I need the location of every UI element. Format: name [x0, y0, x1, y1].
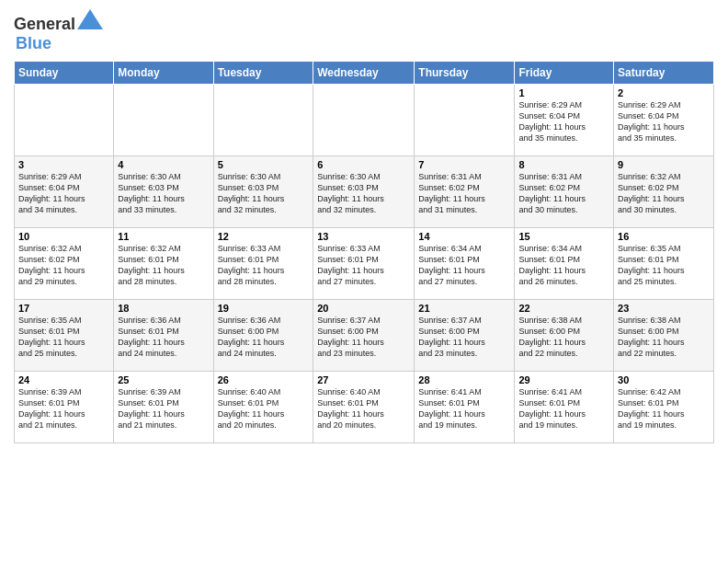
calendar-cell	[313, 85, 415, 156]
calendar-cell	[15, 85, 114, 156]
day-info: Sunrise: 6:30 AM Sunset: 6:03 PM Dayligh…	[317, 171, 410, 216]
day-number: 23	[618, 303, 710, 314]
calendar-cell: 1Sunrise: 6:29 AM Sunset: 6:04 PM Daylig…	[515, 85, 614, 156]
calendar-table: SundayMondayTuesdayWednesdayThursdayFrid…	[14, 61, 714, 443]
day-info: Sunrise: 6:34 AM Sunset: 6:01 PM Dayligh…	[518, 243, 609, 288]
calendar-cell	[415, 85, 515, 156]
day-number: 6	[317, 159, 410, 170]
calendar-cell: 30Sunrise: 6:42 AM Sunset: 6:01 PM Dayli…	[614, 372, 714, 443]
calendar-cell: 16Sunrise: 6:35 AM Sunset: 6:01 PM Dayli…	[614, 228, 714, 300]
logo-general: General	[14, 15, 75, 33]
calendar-cell: 5Sunrise: 6:30 AM Sunset: 6:03 PM Daylig…	[213, 156, 313, 228]
calendar-cell: 18Sunrise: 6:36 AM Sunset: 6:01 PM Dayli…	[114, 300, 213, 372]
week-row-2: 3Sunrise: 6:29 AM Sunset: 6:04 PM Daylig…	[15, 156, 714, 228]
calendar-cell: 27Sunrise: 6:40 AM Sunset: 6:01 PM Dayli…	[313, 372, 415, 443]
day-number: 14	[418, 231, 510, 242]
header: General Blue	[14, 9, 714, 53]
calendar-cell: 7Sunrise: 6:31 AM Sunset: 6:02 PM Daylig…	[415, 156, 515, 228]
calendar-cell	[114, 85, 213, 156]
day-number: 12	[218, 231, 310, 242]
calendar-page: General Blue SundayMondayTuesdayWednesda…	[0, 0, 728, 453]
day-info: Sunrise: 6:37 AM Sunset: 6:00 PM Dayligh…	[317, 315, 410, 360]
col-header-saturday: Saturday	[614, 62, 714, 85]
week-row-5: 24Sunrise: 6:39 AM Sunset: 6:01 PM Dayli…	[15, 372, 714, 443]
day-number: 13	[317, 231, 410, 242]
day-info: Sunrise: 6:33 AM Sunset: 6:01 PM Dayligh…	[317, 243, 410, 288]
day-number: 3	[18, 159, 109, 170]
day-info: Sunrise: 6:37 AM Sunset: 6:00 PM Dayligh…	[418, 315, 510, 360]
col-header-friday: Friday	[515, 62, 614, 85]
day-number: 26	[218, 374, 310, 385]
calendar-cell: 29Sunrise: 6:41 AM Sunset: 6:01 PM Dayli…	[515, 372, 614, 443]
day-info: Sunrise: 6:31 AM Sunset: 6:02 PM Dayligh…	[518, 171, 609, 216]
calendar-cell: 3Sunrise: 6:29 AM Sunset: 6:04 PM Daylig…	[15, 156, 114, 228]
day-info: Sunrise: 6:38 AM Sunset: 6:00 PM Dayligh…	[518, 315, 609, 360]
calendar-cell: 8Sunrise: 6:31 AM Sunset: 6:02 PM Daylig…	[515, 156, 614, 228]
day-info: Sunrise: 6:41 AM Sunset: 6:01 PM Dayligh…	[518, 386, 609, 431]
calendar-cell: 12Sunrise: 6:33 AM Sunset: 6:01 PM Dayli…	[213, 228, 313, 300]
calendar-cell: 24Sunrise: 6:39 AM Sunset: 6:01 PM Dayli…	[15, 372, 114, 443]
calendar-cell: 14Sunrise: 6:34 AM Sunset: 6:01 PM Dayli…	[415, 228, 515, 300]
day-number: 8	[518, 159, 609, 170]
day-info: Sunrise: 6:33 AM Sunset: 6:01 PM Dayligh…	[218, 243, 310, 288]
day-info: Sunrise: 6:39 AM Sunset: 6:01 PM Dayligh…	[18, 386, 109, 431]
calendar-cell: 28Sunrise: 6:41 AM Sunset: 6:01 PM Dayli…	[415, 372, 515, 443]
calendar-cell: 9Sunrise: 6:32 AM Sunset: 6:02 PM Daylig…	[614, 156, 714, 228]
day-number: 15	[518, 231, 609, 242]
day-info: Sunrise: 6:36 AM Sunset: 6:01 PM Dayligh…	[118, 315, 209, 360]
day-info: Sunrise: 6:36 AM Sunset: 6:00 PM Dayligh…	[218, 315, 310, 360]
calendar-cell: 10Sunrise: 6:32 AM Sunset: 6:02 PM Dayli…	[15, 228, 114, 300]
week-row-1: 1Sunrise: 6:29 AM Sunset: 6:04 PM Daylig…	[15, 85, 714, 156]
day-number: 25	[118, 374, 209, 385]
week-row-4: 17Sunrise: 6:35 AM Sunset: 6:01 PM Dayli…	[15, 300, 714, 372]
day-number: 19	[218, 303, 310, 314]
day-info: Sunrise: 6:31 AM Sunset: 6:02 PM Dayligh…	[418, 171, 510, 216]
day-info: Sunrise: 6:34 AM Sunset: 6:01 PM Dayligh…	[418, 243, 510, 288]
day-number: 1	[518, 87, 609, 98]
calendar-cell: 23Sunrise: 6:38 AM Sunset: 6:00 PM Dayli…	[614, 300, 714, 372]
day-info: Sunrise: 6:30 AM Sunset: 6:03 PM Dayligh…	[118, 171, 209, 216]
calendar-cell: 26Sunrise: 6:40 AM Sunset: 6:01 PM Dayli…	[213, 372, 313, 443]
logo-text: General Blue	[14, 9, 103, 53]
day-info: Sunrise: 6:29 AM Sunset: 6:04 PM Dayligh…	[518, 99, 609, 144]
calendar-cell: 19Sunrise: 6:36 AM Sunset: 6:00 PM Dayli…	[213, 300, 313, 372]
day-number: 29	[518, 374, 609, 385]
day-info: Sunrise: 6:40 AM Sunset: 6:01 PM Dayligh…	[218, 386, 310, 431]
calendar-cell: 20Sunrise: 6:37 AM Sunset: 6:00 PM Dayli…	[313, 300, 415, 372]
day-info: Sunrise: 6:42 AM Sunset: 6:01 PM Dayligh…	[618, 386, 710, 431]
day-info: Sunrise: 6:29 AM Sunset: 6:04 PM Dayligh…	[618, 99, 710, 144]
calendar-cell	[213, 85, 313, 156]
day-number: 4	[118, 159, 209, 170]
svg-marker-0	[77, 9, 103, 29]
day-info: Sunrise: 6:32 AM Sunset: 6:01 PM Dayligh…	[118, 243, 209, 288]
day-info: Sunrise: 6:30 AM Sunset: 6:03 PM Dayligh…	[218, 171, 310, 216]
col-header-monday: Monday	[114, 62, 213, 85]
col-header-sunday: Sunday	[15, 62, 114, 85]
day-info: Sunrise: 6:35 AM Sunset: 6:01 PM Dayligh…	[18, 315, 109, 360]
day-number: 24	[18, 374, 109, 385]
logo-icon	[77, 9, 103, 29]
day-number: 22	[518, 303, 609, 314]
day-number: 10	[18, 231, 109, 242]
day-info: Sunrise: 6:38 AM Sunset: 6:00 PM Dayligh…	[618, 315, 710, 360]
day-number: 28	[418, 374, 510, 385]
day-number: 27	[317, 374, 410, 385]
day-number: 18	[118, 303, 209, 314]
calendar-cell: 11Sunrise: 6:32 AM Sunset: 6:01 PM Dayli…	[114, 228, 213, 300]
calendar-cell: 17Sunrise: 6:35 AM Sunset: 6:01 PM Dayli…	[15, 300, 114, 372]
day-number: 30	[618, 374, 710, 385]
day-info: Sunrise: 6:39 AM Sunset: 6:01 PM Dayligh…	[118, 386, 209, 431]
day-number: 16	[618, 231, 710, 242]
day-info: Sunrise: 6:41 AM Sunset: 6:01 PM Dayligh…	[418, 386, 510, 431]
day-info: Sunrise: 6:40 AM Sunset: 6:01 PM Dayligh…	[317, 386, 410, 431]
calendar-cell: 21Sunrise: 6:37 AM Sunset: 6:00 PM Dayli…	[415, 300, 515, 372]
day-info: Sunrise: 6:32 AM Sunset: 6:02 PM Dayligh…	[618, 171, 710, 216]
day-number: 21	[418, 303, 510, 314]
day-number: 5	[218, 159, 310, 170]
col-header-tuesday: Tuesday	[213, 62, 313, 85]
day-number: 17	[18, 303, 109, 314]
calendar-cell: 15Sunrise: 6:34 AM Sunset: 6:01 PM Dayli…	[515, 228, 614, 300]
day-number: 9	[618, 159, 710, 170]
calendar-cell: 6Sunrise: 6:30 AM Sunset: 6:03 PM Daylig…	[313, 156, 415, 228]
day-number: 11	[118, 231, 209, 242]
